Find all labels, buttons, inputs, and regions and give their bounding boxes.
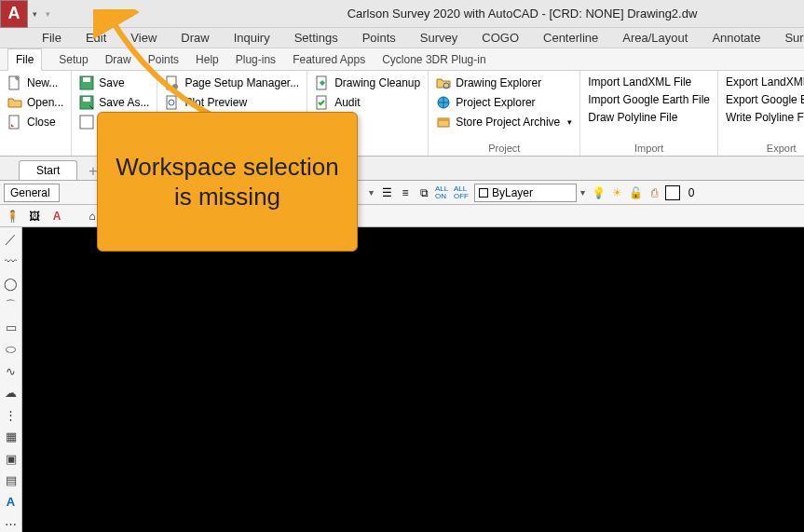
color-swatch-icon: [479, 188, 488, 198]
import-landxml-button[interactable]: Import LandXML File: [586, 75, 712, 89]
close-label: Close: [27, 116, 56, 129]
spline-tool-icon[interactable]: ∿: [3, 363, 20, 379]
lock-open-icon[interactable]: 🔓: [628, 185, 643, 200]
menu-surface[interactable]: Surface: [784, 31, 804, 45]
text-a-icon[interactable]: A: [48, 208, 65, 225]
ribbon-tab-cyclone[interactable]: Cyclone 3DR Plug-in: [382, 53, 485, 66]
drawing-cleanup-button[interactable]: Drawing Cleanup: [313, 75, 422, 91]
menu-survey[interactable]: Survey: [420, 31, 457, 45]
menu-arealayout[interactable]: Area/Layout: [622, 31, 688, 45]
ribbon-tab-draw[interactable]: Draw: [105, 53, 131, 66]
group-label-project: Project: [434, 141, 574, 154]
hatch-tool-icon[interactable]: ▦: [3, 429, 20, 444]
project-explorer-label: Project Explorer: [456, 96, 535, 109]
ribbon-tab-help[interactable]: Help: [196, 53, 219, 66]
quick-access-customize-icon[interactable]: ▾: [41, 0, 54, 28]
menu-points[interactable]: Points: [362, 31, 396, 45]
export-landxml-button[interactable]: Export LandXML File: [724, 75, 804, 89]
text-tool-icon[interactable]: A: [3, 494, 20, 510]
save-label: Save: [99, 76, 124, 89]
circle-tool-icon[interactable]: ◯: [3, 275, 20, 291]
line-tool-icon[interactable]: ／: [3, 231, 20, 248]
draw-polyline-button[interactable]: Draw Polyline File: [586, 110, 712, 125]
layer-manager-icon[interactable]: ⧉: [416, 185, 431, 200]
sun-icon[interactable]: ☀: [609, 185, 624, 200]
menu-view[interactable]: View: [130, 31, 157, 45]
quick-access-chevron-icon[interactable]: ▾: [28, 0, 41, 28]
more-tool-icon[interactable]: ⋯: [3, 516, 20, 532]
save-icon: [79, 75, 94, 90]
svg-rect-16: [438, 118, 449, 121]
save-as-button[interactable]: Save As...: [77, 94, 151, 111]
region-tool-icon[interactable]: ▣: [3, 450, 20, 466]
x-icon: [79, 115, 94, 130]
app-menu-icon[interactable]: A: [0, 0, 28, 28]
archive-icon: [436, 115, 451, 130]
menu-annotate[interactable]: Annotate: [712, 31, 760, 45]
ribbon-tab-featured[interactable]: Featured Apps: [293, 53, 365, 66]
export-landxml-label: Export LandXML File: [726, 75, 804, 89]
audit-button[interactable]: Audit: [313, 94, 422, 111]
layer-filter-icon[interactable]: ≡: [398, 185, 413, 200]
printer-icon[interactable]: ⎙: [647, 185, 661, 200]
open-folder-icon: [7, 95, 22, 110]
bylayer-label: ByLayer: [492, 186, 533, 199]
page-setup-button[interactable]: Page Setup Manager...: [163, 75, 301, 91]
workspace: ／ 〰 ◯ ⌒ ▭ ⬭ ∿ ☁ ⋮ ▦ ▣ ▤ A ⋯: [0, 227, 804, 532]
project-explorer-button[interactable]: Project Explorer: [434, 94, 574, 111]
import-google-earth-button[interactable]: Import Google Earth File: [586, 92, 712, 107]
chevron-down-icon[interactable]: ▾: [580, 187, 585, 198]
save-button[interactable]: Save: [77, 75, 151, 91]
menu-inquiry[interactable]: Inquiry: [234, 31, 270, 45]
rect-tool-icon[interactable]: ▭: [3, 320, 20, 335]
cloud-tool-icon[interactable]: ☁: [3, 385, 20, 401]
landscape-icon[interactable]: 🖼: [26, 208, 43, 225]
arc-tool-icon[interactable]: ⌒: [3, 297, 20, 314]
menu-settings[interactable]: Settings: [294, 31, 338, 45]
all-on-icon[interactable]: ALL ON: [435, 185, 450, 200]
menu-file[interactable]: File: [42, 31, 61, 45]
drawing-explorer-label: Drawing Explorer: [456, 76, 541, 89]
close-button[interactable]: Close: [6, 114, 65, 130]
menu-cogo[interactable]: COGO: [482, 31, 519, 45]
draw-polyline-label: Draw Polyline File: [588, 111, 677, 124]
new-button[interactable]: New...: [6, 75, 65, 91]
plot-preview-button[interactable]: Plot Preview: [163, 94, 301, 111]
ellipse-tool-icon[interactable]: ⬭: [3, 341, 20, 357]
title-bar: A ▾ ▾ Carlson Survey 2020 with AutoCAD -…: [0, 0, 804, 28]
menu-centerline[interactable]: Centerline: [543, 31, 598, 45]
open-button[interactable]: Open...: [6, 94, 65, 111]
tab-start[interactable]: Start: [19, 160, 77, 180]
chevron-down-icon[interactable]: ▾: [369, 187, 374, 198]
ribbon-tab-plugins[interactable]: Plug-ins: [236, 53, 276, 66]
polyline-tool-icon[interactable]: 〰: [3, 253, 20, 269]
store-archive-button[interactable]: Store Project Archive▾: [434, 114, 574, 130]
ribbon-tab-file[interactable]: File: [7, 48, 42, 71]
close-file-icon: [7, 115, 22, 130]
annotation-text: Workspace selection is missing: [107, 152, 347, 212]
color-swatch-icon: [665, 185, 680, 200]
menu-draw[interactable]: Draw: [181, 31, 209, 45]
ribbon-group-project: Drawing Explorer Project Explorer Store …: [429, 71, 580, 156]
ribbon-tab-setup[interactable]: Setup: [59, 53, 88, 66]
person-icon[interactable]: 🧍: [4, 208, 20, 225]
drawing-canvas[interactable]: [22, 227, 804, 532]
menu-bar: File Edit View Draw Inquiry Settings Poi…: [0, 28, 804, 48]
color-bylayer-selector[interactable]: ByLayer: [474, 184, 577, 202]
layer-selector[interactable]: General: [4, 184, 60, 202]
all-off-icon[interactable]: ALL OFF: [454, 185, 469, 200]
drawing-explorer-icon: [436, 75, 451, 90]
new-label: New...: [27, 76, 58, 89]
points-tool-icon[interactable]: ⋮: [3, 407, 20, 423]
drawing-cleanup-label: Drawing Cleanup: [334, 76, 420, 89]
save-as-label: Save As...: [99, 96, 149, 109]
layer-stack-icon[interactable]: ☰: [379, 185, 394, 200]
table-tool-icon[interactable]: ▤: [3, 472, 20, 488]
lightbulb-on-icon[interactable]: 💡: [591, 185, 606, 200]
ribbon-tab-points[interactable]: Points: [148, 53, 179, 66]
import-ge-label: Import Google Earth File: [588, 93, 710, 106]
export-google-earth-button[interactable]: Export Google Earth F: [724, 92, 804, 107]
menu-edit[interactable]: Edit: [86, 31, 106, 45]
drawing-explorer-button[interactable]: Drawing Explorer: [434, 75, 574, 91]
write-polyline-button[interactable]: Write Polyline File: [724, 110, 804, 125]
